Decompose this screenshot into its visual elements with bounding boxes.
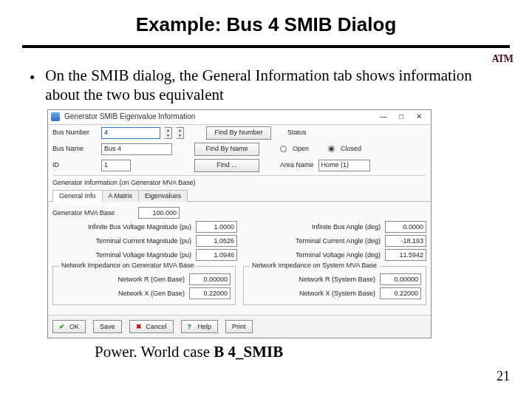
- status-label: Status: [287, 129, 307, 137]
- x-icon: ✖: [136, 323, 143, 330]
- find-button[interactable]: Find ...: [194, 159, 259, 172]
- caption-case-name: B 4_SMIB: [214, 343, 283, 361]
- terminal-current-angle-label: Terminal Current Angle (deg): [242, 237, 381, 245]
- title-divider: [22, 45, 510, 48]
- bus-number-field[interactable]: 4: [101, 127, 160, 139]
- save-button[interactable]: Save: [93, 320, 122, 333]
- print-button[interactable]: Print: [225, 320, 253, 333]
- infinite-bus-vmag-label: Infinite Bus Voltage Magnitude (pu): [52, 223, 191, 231]
- status-open-label: Open: [293, 145, 309, 153]
- area-name-label: Area Name: [280, 161, 314, 169]
- terminal-current-mag-label: Terminal Current Magnitude (pu): [52, 237, 191, 245]
- minimize-button[interactable]: —: [375, 112, 392, 122]
- top-row-2: Bus Name Bus 4 Find By Name Open Closed: [48, 141, 431, 157]
- bus-number-spinner-2[interactable]: ▲▼: [177, 127, 184, 139]
- dialog-title: Generator SMIB Eigenvalue Information: [64, 112, 375, 121]
- net-impedance-sys-group: Network Impedance on System MVA Base Net…: [243, 266, 426, 305]
- help-button[interactable]: ? Help: [181, 320, 219, 333]
- gen-mva-base-field[interactable]: 100.000: [138, 207, 180, 219]
- network-x-gen-label: Network X (Gen Base): [58, 290, 185, 298]
- bullet-text: On the SMIB dialog, the General Informat…: [45, 66, 502, 105]
- infinite-bus-vmag-field[interactable]: 1.0000: [196, 221, 237, 233]
- find-by-number-button[interactable]: Find By Number: [206, 126, 271, 140]
- slide-bullet: • On the SMIB dialog, the General Inform…: [30, 66, 502, 105]
- close-button[interactable]: ✕: [410, 112, 428, 122]
- top-row-3: ID 1 Find ... Area Name Home (1): [48, 157, 431, 174]
- ok-label: OK: [69, 323, 79, 331]
- tab-general-info[interactable]: General Info: [52, 190, 103, 202]
- dialog-app-icon: [51, 112, 60, 121]
- chevron-down-icon[interactable]: ▼: [177, 133, 183, 138]
- gen-mva-base-label: Generator MVA Base: [52, 209, 134, 217]
- id-label: ID: [52, 161, 97, 169]
- bullet-dot-icon: •: [30, 69, 35, 87]
- status-closed-label: Closed: [341, 145, 361, 153]
- net-impedance-gen-legend: Network Impedance on Generator MVA Base: [59, 262, 196, 270]
- network-x-gen-field[interactable]: 0.22000: [189, 287, 231, 299]
- bus-number-label: Bus Number: [52, 129, 97, 137]
- terminal-voltage-mag-field[interactable]: 1.0946: [196, 249, 237, 261]
- save-label: Save: [100, 323, 115, 331]
- status-open-radio[interactable]: [280, 146, 287, 152]
- network-r-gen-field[interactable]: 0.00000: [189, 273, 231, 285]
- maximize-button[interactable]: □: [392, 112, 410, 122]
- network-r-sys-label: Network R (System Base): [248, 276, 375, 284]
- network-r-gen-label: Network R (Gen Base): [58, 276, 185, 284]
- tab-eigenvalues[interactable]: Eigenvalues: [138, 190, 188, 202]
- chevron-up-icon[interactable]: ▲: [177, 128, 183, 133]
- caption-prefix: Power. World case: [95, 343, 214, 361]
- slide-title: Example: Bus 4 SMIB Dialog: [0, 0, 532, 42]
- separator: [52, 175, 426, 176]
- top-row-1: Bus Number 4 ▲▼ ▲▼ Find By Number Status: [48, 125, 431, 141]
- window-controls: — □ ✕: [375, 112, 428, 122]
- terminal-voltage-mag-label: Terminal Voltage Magnitude (pu): [52, 251, 191, 259]
- gen-info-section-label: Generator Information (on Generator MVA …: [52, 179, 195, 187]
- chevron-up-icon[interactable]: ▲: [165, 128, 171, 133]
- infinite-bus-angle-field[interactable]: 0.0000: [385, 221, 426, 233]
- id-field[interactable]: 1: [101, 160, 131, 171]
- bus-name-label: Bus Name: [52, 145, 97, 153]
- network-r-sys-field[interactable]: 0.00000: [380, 273, 421, 285]
- tamu-logo: ATM: [491, 53, 513, 65]
- cancel-label: Cancel: [146, 323, 167, 331]
- general-info-panel: Generator MVA Base 100.000 Infinite Bus …: [48, 202, 431, 315]
- terminal-current-mag-field[interactable]: 1.0526: [196, 235, 237, 247]
- net-impedance-gen-group: Network Impedance on Generator MVA Base …: [52, 266, 236, 305]
- slide-caption: Power. World case B 4_SMIB: [95, 343, 532, 361]
- chevron-down-icon[interactable]: ▼: [165, 133, 171, 138]
- tab-a-matrix[interactable]: A Matrix: [102, 190, 140, 202]
- dialog-footer: ✔ OK Save ✖ Cancel ? Help Print: [48, 315, 431, 338]
- network-x-sys-field[interactable]: 0.22000: [380, 287, 421, 299]
- net-impedance-sys-legend: Network Impedance on System MVA Base: [250, 262, 379, 270]
- area-name-field[interactable]: Home (1): [318, 160, 370, 171]
- dialog-titlebar: Generator SMIB Eigenvalue Information — …: [48, 110, 431, 125]
- cancel-button[interactable]: ✖ Cancel: [129, 320, 174, 333]
- network-x-sys-label: Network X (System Base): [248, 290, 375, 298]
- tabs: General Info A Matrix Eigenvalues: [48, 189, 431, 202]
- section-header-row: Generator Information (on Generator MVA …: [48, 177, 431, 188]
- smib-dialog: Generator SMIB Eigenvalue Information — …: [47, 109, 432, 339]
- terminal-voltage-angle-field[interactable]: 11.5942: [385, 249, 426, 261]
- question-icon: ?: [188, 323, 195, 330]
- check-icon: ✔: [59, 323, 66, 330]
- infinite-bus-angle-label: Infinite Bus Angle (deg): [242, 223, 381, 231]
- ok-button[interactable]: ✔ OK: [52, 320, 86, 333]
- page-number: 21: [497, 369, 510, 384]
- bus-number-spinner[interactable]: ▲▼: [165, 127, 172, 139]
- terminal-current-angle-field[interactable]: -18.193: [385, 235, 426, 247]
- terminal-voltage-angle-label: Terminal Voltage Angle (deg): [242, 251, 381, 259]
- find-by-name-button[interactable]: Find By Name: [194, 143, 259, 156]
- status-closed-radio[interactable]: [328, 146, 335, 152]
- help-label: Help: [198, 323, 212, 331]
- print-label: Print: [232, 323, 246, 331]
- bus-name-field[interactable]: Bus 4: [101, 143, 172, 155]
